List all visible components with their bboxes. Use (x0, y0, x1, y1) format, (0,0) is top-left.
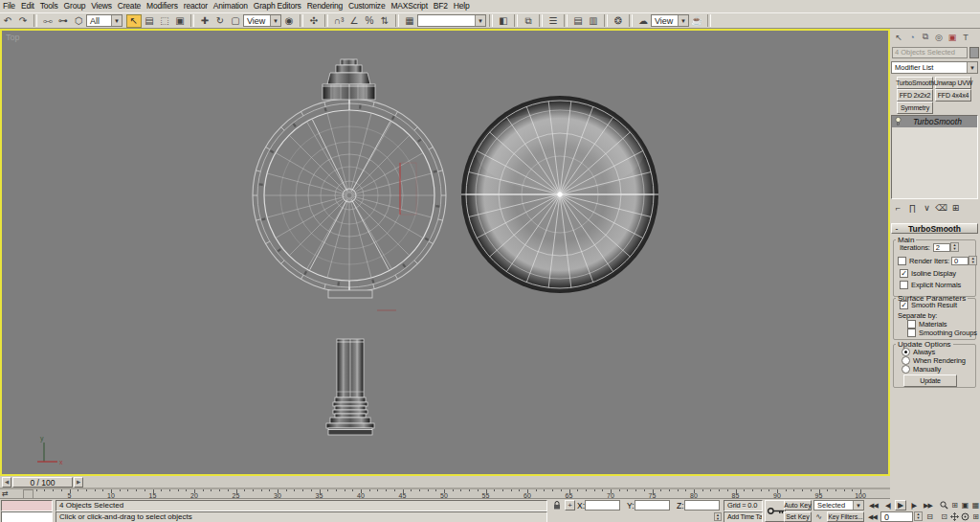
iterations-input[interactable]: 2 (933, 243, 950, 252)
modifier-list-dropdown[interactable]: Modifier List▼ (891, 61, 978, 74)
orbit-icon[interactable] (960, 511, 970, 522)
menu-bf2[interactable]: BF2 (431, 0, 451, 12)
smooth-result-checkbox[interactable]: ✓ (900, 301, 908, 309)
track-bar[interactable]: 5101520253035404550556065707580859095100… (0, 488, 890, 499)
modifier-stack[interactable]: TurboSmooth (891, 115, 978, 199)
menu-help[interactable]: Help (451, 0, 473, 12)
tab-display-icon[interactable]: ▣ (946, 31, 959, 43)
play-animation-icon[interactable]: ▶ (895, 500, 906, 511)
zoom-extents-icon[interactable]: ▣ (960, 500, 970, 511)
materials-checkbox[interactable] (907, 320, 916, 329)
go-to-start-icon[interactable]: ◀◀ (866, 500, 880, 511)
select-manipulate-icon[interactable]: ✣ (306, 14, 322, 28)
menu-maxscript[interactable]: MAXScript (388, 0, 430, 12)
new-key-mode-icon[interactable]: ∿ (813, 511, 824, 522)
layer-manager-icon[interactable]: ☰ (546, 14, 561, 28)
bind-spacewarp-icon[interactable]: ⬡ (71, 14, 86, 28)
object-name-field[interactable]: 4 Objects Selected (892, 47, 968, 58)
zoom-all-icon[interactable]: ⊞ (949, 500, 960, 511)
manually-radio[interactable] (902, 365, 910, 374)
go-to-end-icon[interactable]: ▶▶ (921, 500, 935, 511)
macro-recorder-pane[interactable] (1, 500, 53, 511)
select-rotate-icon[interactable]: ↻ (212, 14, 228, 28)
open-mini-curve-editor-icon[interactable]: ⇄ (2, 489, 9, 498)
align-icon[interactable]: ⧉ (521, 14, 536, 28)
undo-icon[interactable]: ↶ (0, 14, 15, 28)
make-unique-icon[interactable]: ∨ (920, 202, 934, 214)
isoline-display-checkbox[interactable]: ✓ (900, 269, 908, 278)
snap-toggle-3d-icon[interactable]: ∩³ (331, 14, 346, 28)
unwrap-uvw-button[interactable]: Unwrap UVW (935, 77, 971, 89)
previous-frame-icon[interactable]: ◀| (882, 500, 893, 511)
menu-file[interactable]: File (0, 0, 18, 12)
menu-animation[interactable]: Animation (211, 0, 251, 12)
current-frame-field[interactable]: 0 (880, 511, 913, 522)
tab-motion-icon[interactable]: ◎ (932, 31, 946, 43)
next-frame-button[interactable]: ▶ (74, 477, 83, 488)
remove-modifier-icon[interactable]: ⌫ (934, 202, 948, 214)
pin-stack-icon[interactable]: ⌐ (891, 202, 905, 214)
named-selection-sets-icon[interactable]: ▦ (402, 14, 417, 28)
render-iters-spinner[interactable]: ▲▼ (969, 256, 977, 265)
update-button[interactable]: Update (903, 374, 957, 387)
tab-create-icon[interactable]: ↖ (892, 31, 905, 43)
angle-snap-icon[interactable]: ∠ (346, 14, 362, 28)
prompt-spinner[interactable]: ▲▼ (714, 512, 722, 521)
key-mode-icon[interactable]: ⊟ (924, 511, 935, 522)
prev-frame-button[interactable]: ◀ (2, 477, 11, 488)
auto-key-button[interactable]: Auto Key (784, 500, 812, 511)
render-setup-icon[interactable]: ☁ (635, 14, 651, 28)
menu-views[interactable]: Views (88, 0, 115, 12)
y-coordinate-field[interactable] (635, 500, 670, 511)
maximize-viewport-icon[interactable]: ⊞ (970, 511, 980, 522)
menu-group[interactable]: Group (61, 0, 89, 12)
tab-modify-icon[interactable]: ◔ (905, 31, 919, 43)
schematic-view-icon[interactable]: ▥ (586, 14, 601, 28)
object-color-swatch[interactable] (969, 47, 979, 58)
menu-modifiers[interactable]: Modifiers (144, 0, 181, 12)
select-scale-icon[interactable]: ▢ (228, 14, 243, 28)
reference-coordinate-dropdown[interactable]: View▼ (243, 14, 281, 27)
menu-edit[interactable]: Edit (18, 0, 37, 12)
rectangular-selection-icon[interactable]: ⬚ (157, 14, 172, 28)
turbosmooth-rollout-header[interactable]: - TurboSmooth (891, 223, 978, 234)
viewport-top[interactable]: Top (0, 29, 890, 476)
menu-create[interactable]: Create (115, 0, 144, 12)
absolute-offset-toggle-icon[interactable]: + (565, 500, 575, 511)
turbosmooth-button[interactable]: TurboSmooth (897, 77, 933, 89)
key-mode-toggle-icon[interactable]: ◀◀ (866, 511, 879, 522)
select-object-icon[interactable]: ↖ (126, 14, 142, 28)
region-zoom-icon[interactable]: ⊡ (939, 511, 949, 522)
always-radio[interactable] (902, 348, 910, 356)
menu-graph-editors[interactable]: Graph Editors (251, 0, 304, 12)
show-end-result-icon[interactable]: ∏ (905, 202, 920, 214)
mirror-icon[interactable]: ◧ (496, 14, 511, 28)
add-time-tag[interactable]: Add Time Tag (724, 511, 763, 522)
redo-icon[interactable]: ↷ (15, 14, 31, 28)
modifier-stack-item[interactable]: TurboSmooth (892, 116, 977, 127)
frame-spinner[interactable]: ▲▼ (914, 511, 923, 521)
select-move-icon[interactable]: ✚ (197, 14, 212, 28)
tab-hierarchy-icon[interactable]: ⧉ (919, 31, 932, 43)
percent-snap-icon[interactable]: % (362, 14, 377, 28)
window-crossing-icon[interactable]: ▣ (172, 14, 188, 28)
selection-filter-dropdown[interactable]: All▼ (86, 14, 122, 27)
explicit-normals-checkbox[interactable] (900, 281, 908, 289)
smoothing-groups-checkbox[interactable] (907, 329, 916, 337)
zoom-extents-all-icon[interactable]: ▦ (970, 500, 980, 511)
ffd-4x4x4-button[interactable]: FFD 4x4x4 (935, 89, 971, 102)
render-preset-dropdown[interactable]: View▼ (651, 14, 689, 27)
ffd-2x2x2-button[interactable]: FFD 2x2x2 (897, 89, 933, 102)
z-coordinate-field[interactable] (684, 500, 720, 511)
menu-customize[interactable]: Customize (345, 0, 388, 12)
iterations-spinner[interactable]: ▲▼ (950, 242, 959, 252)
render-iters-checkbox[interactable] (898, 257, 906, 265)
set-keys-button[interactable] (765, 500, 786, 522)
set-key-button[interactable]: Set Key (784, 511, 812, 522)
x-coordinate-field[interactable] (585, 500, 620, 511)
curve-editor-icon[interactable]: ▤ (570, 14, 586, 28)
modifier-enable-icon[interactable] (892, 117, 903, 127)
spinner-snap-icon[interactable]: ⇅ (377, 14, 392, 28)
select-by-name-icon[interactable]: ▤ (142, 14, 157, 28)
link-icon[interactable]: ⧟ (40, 14, 56, 28)
